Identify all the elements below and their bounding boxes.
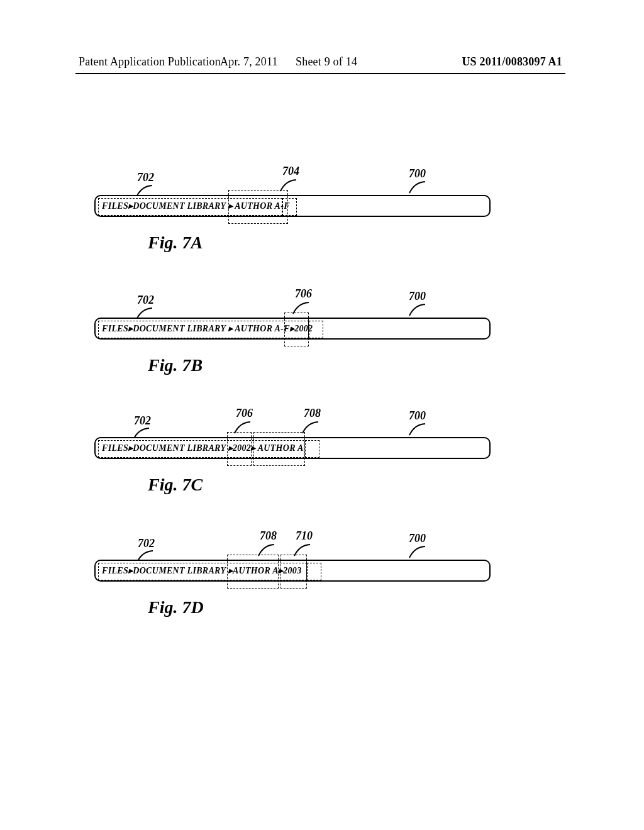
refnum-700: 700 xyxy=(409,409,426,423)
address-bar-7b: FILES▸DOCUMENT LIBRARY ▸ AUTHOR A-F▸2002 xyxy=(94,318,491,340)
refnum-702: 702 xyxy=(138,537,155,550)
lead-710 xyxy=(291,543,313,560)
dashbox-edit-caret-c xyxy=(305,440,319,458)
figure-caption-7d: Fig. 7D xyxy=(148,597,204,617)
figure-caption-7c: Fig. 7C xyxy=(148,475,203,495)
refnum-700: 700 xyxy=(409,167,426,180)
lead-708 xyxy=(299,420,321,438)
address-text-7a: FILES▸DOCUMENT LIBRARY ▸ AUTHOR A-F xyxy=(102,201,290,211)
header-left: Patent Application Publication xyxy=(79,55,221,69)
refnum-700: 700 xyxy=(409,532,426,545)
refnum-702: 702 xyxy=(137,171,154,184)
refnum-702: 702 xyxy=(134,414,151,428)
figure-7c: 702 706 708 700 FILES▸DOCUMENT LIBRARY ▸… xyxy=(94,437,491,459)
header-pubno: US 2011/0083097 A1 xyxy=(462,55,562,69)
refnum-708: 708 xyxy=(260,529,277,543)
dashbox-edit-caret-d xyxy=(307,563,321,580)
address-bar-7c: FILES▸DOCUMENT LIBRARY ▸2002▸ AUTHOR A xyxy=(94,437,491,459)
address-bar-7a: FILES▸DOCUMENT LIBRARY ▸ AUTHOR A-F xyxy=(94,195,491,217)
figure-7a: 702 704 700 FILES▸DOCUMENT LIBRARY ▸ AUT… xyxy=(94,195,491,217)
figure-caption-7b: Fig. 7B xyxy=(148,355,203,375)
address-text-7b: FILES▸DOCUMENT LIBRARY ▸ AUTHOR A-F▸2002 xyxy=(102,323,313,334)
figure-caption-7a: Fig. 7A xyxy=(148,233,203,253)
figure-7d: 702 708 710 700 FILES▸DOCUMENT LIBRARY ▸… xyxy=(94,560,491,582)
refnum-706: 706 xyxy=(295,287,312,301)
refnum-702: 702 xyxy=(137,294,154,307)
figure-7b: 702 706 700 FILES▸DOCUMENT LIBRARY ▸ AUT… xyxy=(94,318,491,340)
header-date: Apr. 7, 2011 xyxy=(220,55,278,69)
header-sheet: Sheet 9 of 14 xyxy=(296,55,357,69)
refnum-710: 710 xyxy=(296,529,313,543)
header-rule xyxy=(75,73,565,74)
lead-704 xyxy=(277,178,299,196)
lead-706 xyxy=(289,301,312,318)
refnum-706: 706 xyxy=(236,407,253,420)
lead-706 xyxy=(231,420,253,438)
address-bar-7d: FILES▸DOCUMENT LIBRARY ▸AUTHOR A▸2003 xyxy=(94,560,491,582)
lead-708 xyxy=(255,543,277,560)
refnum-704: 704 xyxy=(282,165,299,178)
refnum-700: 700 xyxy=(409,290,426,303)
refnum-708: 708 xyxy=(304,407,321,420)
address-text-7c: FILES▸DOCUMENT LIBRARY ▸2002▸ AUTHOR A xyxy=(102,443,304,453)
patent-page: Patent Application Publication Apr. 7, 2… xyxy=(0,0,644,830)
address-text-7d: FILES▸DOCUMENT LIBRARY ▸AUTHOR A▸2003 xyxy=(102,565,301,576)
